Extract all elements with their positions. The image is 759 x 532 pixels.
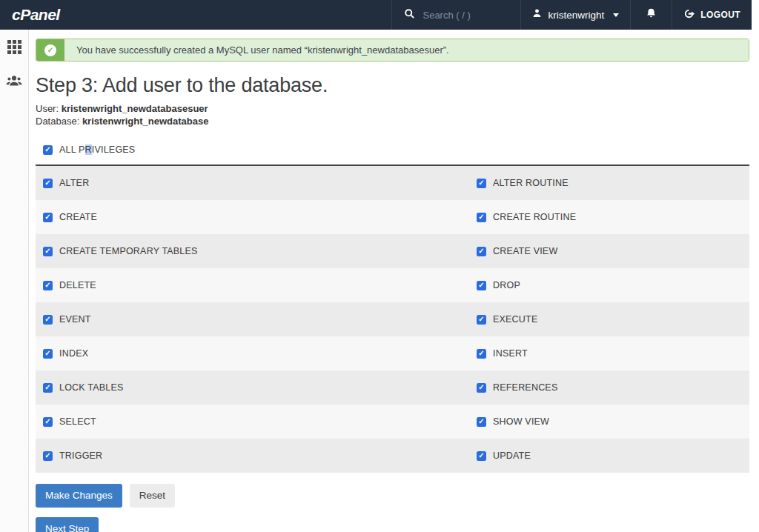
cpanel-logo[interactable]: cPanel bbox=[0, 0, 72, 30]
privilege-row: LOCK TABLESREFERENCES bbox=[36, 370, 749, 405]
success-banner: You have successfully created a MySQL us… bbox=[36, 39, 749, 61]
privilege-cell: EXECUTE bbox=[469, 302, 749, 336]
privilege-cell: SHOW VIEW bbox=[469, 405, 749, 439]
search-icon bbox=[404, 8, 415, 22]
privilege-label: SHOW VIEW bbox=[493, 416, 549, 427]
privilege-label: EVENT bbox=[59, 314, 91, 325]
logout-label: LOGOUT bbox=[700, 10, 740, 20]
user-info-line: User: kristenwright_newdatabasesuer bbox=[36, 102, 749, 115]
main-content: You have successfully created a MySQL us… bbox=[29, 30, 759, 532]
user-label: User: bbox=[36, 103, 59, 114]
privilege-cell: EVENT bbox=[36, 302, 469, 336]
next-step-button[interactable]: Next Step bbox=[36, 517, 99, 532]
username-label: kristenwright bbox=[548, 10, 604, 21]
privilege-checkbox[interactable] bbox=[477, 383, 486, 393]
privilege-checkbox[interactable] bbox=[477, 417, 486, 427]
privilege-checkbox[interactable] bbox=[43, 417, 53, 427]
privilege-cell: SELECT bbox=[36, 405, 469, 439]
privilege-checkbox[interactable] bbox=[43, 349, 53, 359]
privilege-label: LOCK TABLES bbox=[59, 382, 124, 393]
privilege-checkbox[interactable] bbox=[43, 451, 53, 461]
privilege-checkbox[interactable] bbox=[43, 179, 53, 188]
user-menu[interactable]: kristenwright bbox=[520, 0, 630, 30]
database-info-line: Database: kristenwright_newdatabase bbox=[36, 115, 749, 127]
privilege-label: EXECUTE bbox=[493, 314, 537, 325]
all-privileges-checkbox[interactable] bbox=[43, 145, 53, 155]
privilege-row: CREATECREATE ROUTINE bbox=[36, 200, 749, 234]
privilege-label: REFERENCES bbox=[493, 382, 557, 393]
notifications-button[interactable] bbox=[630, 0, 672, 30]
privilege-row: EVENTEXECUTE bbox=[36, 302, 749, 336]
logout-icon bbox=[683, 8, 695, 22]
privilege-cell: TRIGGER bbox=[36, 439, 469, 473]
bell-icon bbox=[646, 7, 657, 22]
navbar-spacer bbox=[72, 0, 392, 30]
privilege-label: CREATE ROUTINE bbox=[493, 212, 576, 222]
privilege-row: DELETEDROP bbox=[36, 268, 749, 302]
privilege-checkbox[interactable] bbox=[477, 179, 486, 188]
privilege-label: DROP bbox=[493, 280, 520, 290]
privilege-cell: DROP bbox=[469, 268, 749, 302]
privilege-cell: INSERT bbox=[469, 336, 749, 370]
privilege-checkbox[interactable] bbox=[43, 383, 53, 393]
privilege-label: ALTER ROUTINE bbox=[493, 178, 569, 188]
top-navbar: cPanel kristenwright bbox=[0, 0, 752, 30]
privilege-label: DELETE bbox=[59, 280, 96, 290]
user-icon bbox=[532, 8, 542, 21]
privilege-checkbox[interactable] bbox=[477, 315, 486, 325]
database-value: kristenwright_newdatabase bbox=[82, 116, 209, 127]
privilege-cell: DELETE bbox=[36, 268, 469, 302]
privilege-cell: ALTER bbox=[36, 166, 469, 200]
privilege-checkbox[interactable] bbox=[477, 349, 486, 359]
action-buttons-row: Make Changes Reset bbox=[36, 484, 749, 508]
privilege-cell: CREATE VIEW bbox=[469, 234, 749, 268]
privilege-checkbox[interactable] bbox=[43, 281, 53, 290]
privilege-row: SELECTSHOW VIEW bbox=[36, 405, 749, 439]
privilege-label: INSERT bbox=[493, 348, 528, 359]
chevron-down-icon bbox=[613, 13, 619, 17]
privilege-checkbox[interactable] bbox=[477, 213, 486, 222]
privilege-checkbox[interactable] bbox=[43, 213, 53, 222]
database-label: Database: bbox=[36, 116, 79, 127]
privilege-row: ALTERALTER ROUTINE bbox=[36, 166, 749, 200]
success-icon-area bbox=[36, 39, 64, 61]
next-step-row: Next Step bbox=[36, 517, 749, 532]
privilege-label: CREATE bbox=[59, 212, 97, 222]
privilege-label: ALTER bbox=[59, 178, 89, 188]
privilege-checkbox[interactable] bbox=[43, 247, 53, 256]
privilege-cell: CREATE TEMPORARY TABLES bbox=[36, 234, 469, 268]
page-title: Step 3: Add user to the database. bbox=[36, 74, 749, 97]
privilege-checkbox[interactable] bbox=[477, 281, 486, 290]
privilege-cell: CREATE bbox=[36, 200, 469, 234]
left-sidebar bbox=[0, 30, 29, 532]
users-group-icon[interactable] bbox=[6, 74, 22, 90]
privilege-checkbox[interactable] bbox=[477, 247, 486, 256]
privilege-cell: INDEX bbox=[36, 336, 469, 370]
logout-button[interactable]: LOGOUT bbox=[672, 0, 752, 30]
privilege-label: CREATE TEMPORARY TABLES bbox=[59, 246, 198, 256]
reset-button[interactable]: Reset bbox=[130, 484, 175, 508]
app-grid-icon[interactable] bbox=[7, 40, 21, 54]
privilege-checkbox[interactable] bbox=[43, 315, 53, 325]
privilege-cell: REFERENCES bbox=[469, 370, 749, 405]
navbar-search bbox=[391, 0, 520, 30]
privilege-cell: ALTER ROUTINE bbox=[469, 166, 749, 200]
privilege-label: TRIGGER bbox=[59, 450, 102, 461]
privilege-label: CREATE VIEW bbox=[493, 246, 557, 256]
privilege-label: SELECT bbox=[59, 416, 96, 427]
search-input[interactable] bbox=[421, 9, 508, 21]
check-circle-icon bbox=[44, 44, 56, 56]
privilege-label: INDEX bbox=[59, 348, 88, 359]
privilege-cell: CREATE ROUTINE bbox=[469, 200, 749, 234]
make-changes-button[interactable]: Make Changes bbox=[36, 484, 122, 508]
privileges-table: ALTERALTER ROUTINECREATECREATE ROUTINECR… bbox=[36, 166, 749, 473]
privilege-row: CREATE TEMPORARY TABLESCREATE VIEW bbox=[36, 234, 749, 268]
user-value: kristenwright_newdatabasesuer bbox=[62, 103, 208, 114]
privilege-row: TRIGGERUPDATE bbox=[36, 439, 749, 473]
privilege-label: UPDATE bbox=[493, 450, 531, 461]
banner-message: You have successfully created a MySQL us… bbox=[64, 39, 749, 61]
privilege-cell: LOCK TABLES bbox=[36, 370, 469, 405]
text-highlight: R bbox=[85, 144, 92, 155]
all-privileges-label: ALL PRIVILEGES bbox=[59, 144, 135, 155]
privilege-checkbox[interactable] bbox=[477, 451, 486, 461]
